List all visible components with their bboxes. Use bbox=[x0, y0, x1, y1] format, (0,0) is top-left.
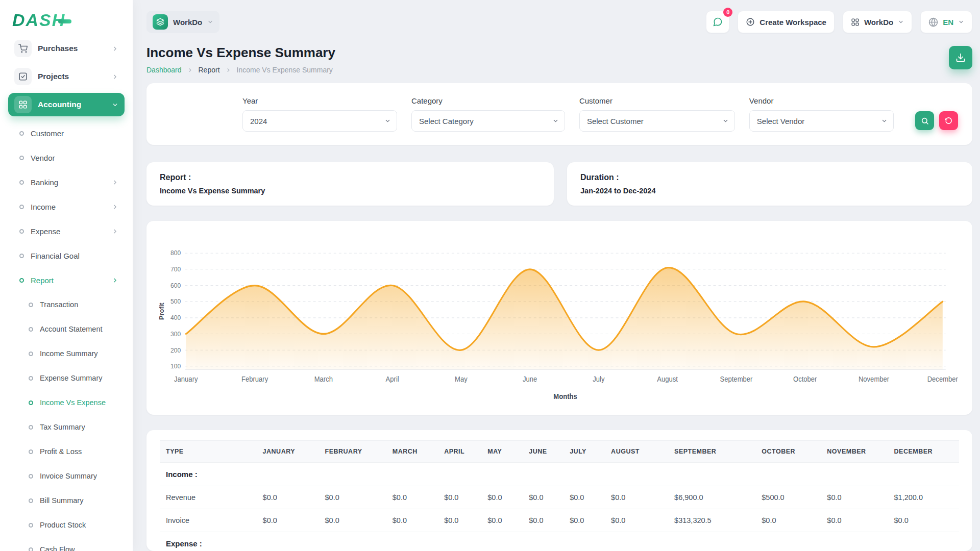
value-cell: $0.0 bbox=[481, 486, 523, 509]
sidebar-item-product-stock[interactable]: Product Stock bbox=[7, 513, 126, 537]
value-cell: $6,900.0 bbox=[668, 486, 755, 509]
table-section-row: Income : bbox=[160, 463, 959, 486]
bullet-icon bbox=[29, 400, 33, 405]
topbar: WorkDo 0 Create Workspace bbox=[146, 7, 972, 37]
sidebar-item-customer[interactable]: Customer bbox=[7, 121, 126, 145]
year-label: Year bbox=[242, 96, 397, 105]
sidebar-item-vendor[interactable]: Vendor bbox=[7, 145, 126, 170]
chevron-right-icon bbox=[112, 204, 118, 210]
chevron-right-icon bbox=[112, 277, 118, 284]
vendor-select[interactable]: Select Vendor bbox=[749, 110, 894, 132]
cart-icon bbox=[14, 40, 32, 57]
sidebar-item-label: Banking bbox=[31, 178, 105, 187]
sidebar-item-label: Vendor bbox=[31, 154, 118, 162]
vendor-field: Vendor Select Vendor bbox=[749, 96, 894, 132]
vendor-label: Vendor bbox=[749, 96, 894, 105]
bullet-icon bbox=[19, 254, 24, 258]
column-header: SEPTEMBER bbox=[668, 441, 755, 463]
bullet-icon bbox=[29, 425, 33, 430]
workspace-menu-button[interactable]: WorkDo bbox=[843, 11, 912, 33]
chevron-down-icon bbox=[207, 19, 213, 25]
duration-summary-card: Duration : Jan-2024 to Dec-2024 bbox=[567, 162, 972, 206]
sidebar-item-income-vs-expense[interactable]: Income Vs Expense bbox=[7, 390, 126, 415]
brand-logo[interactable]: DASH bbox=[7, 8, 126, 32]
value-cell: $0.0 bbox=[319, 509, 386, 532]
chevron-right-icon bbox=[187, 67, 193, 73]
value-cell: $0.0 bbox=[821, 509, 888, 532]
category-label: Category bbox=[411, 96, 565, 105]
value-cell: $0.0 bbox=[319, 486, 386, 509]
customer-select[interactable]: Select Customer bbox=[579, 110, 735, 132]
search-button[interactable] bbox=[915, 111, 934, 130]
column-header: JUNE bbox=[523, 441, 564, 463]
sidebar-item-label: Customer bbox=[31, 129, 118, 138]
svg-text:October: October bbox=[793, 375, 817, 383]
sidebar-item-label: Income Vs Expense bbox=[40, 398, 118, 407]
chevron-right-icon bbox=[112, 179, 118, 186]
summary-row: Report : Income Vs Expense Summary Durat… bbox=[146, 162, 972, 206]
reset-button[interactable] bbox=[939, 111, 958, 130]
svg-text:Months: Months bbox=[553, 393, 577, 400]
download-button[interactable] bbox=[949, 46, 972, 69]
sidebar: DASH Purchases Projects Account bbox=[0, 0, 133, 551]
column-header: APRIL bbox=[438, 441, 481, 463]
svg-text:November: November bbox=[859, 375, 890, 383]
sidebar-item-cash-flow[interactable]: Cash Flow bbox=[7, 537, 126, 551]
sidebar-item-account-statement[interactable]: Account Statement bbox=[7, 317, 126, 341]
table-row: Revenue$0.0$0.0$0.0$0.0$0.0$0.0$0.0$0.0$… bbox=[160, 486, 959, 509]
breadcrumb-report[interactable]: Report bbox=[199, 66, 220, 74]
customer-field: Customer Select Customer bbox=[579, 96, 735, 132]
column-header: NOVEMBER bbox=[821, 441, 888, 463]
sidebar-item-label: Income bbox=[31, 203, 105, 211]
svg-text:700: 700 bbox=[170, 266, 181, 273]
svg-text:January: January bbox=[174, 375, 198, 383]
year-select[interactable]: 2024 bbox=[242, 110, 397, 132]
sidebar-item-report[interactable]: Report bbox=[7, 268, 126, 292]
bullet-icon bbox=[29, 474, 33, 479]
value-cell: $0.0 bbox=[257, 509, 319, 532]
value-cell: $0.0 bbox=[755, 509, 821, 532]
value-cell: $0.0 bbox=[564, 486, 605, 509]
sidebar-item-accounting[interactable]: Accounting bbox=[8, 93, 125, 116]
sidebar-item-projects[interactable]: Projects bbox=[8, 65, 125, 88]
table-section-row: Expense : bbox=[160, 532, 959, 551]
value-cell: $313,320.5 bbox=[668, 509, 755, 532]
sidebar-item-income-summary[interactable]: Income Summary bbox=[7, 341, 126, 366]
sidebar-item-expense[interactable]: Expense bbox=[7, 219, 126, 243]
value-cell: $0.0 bbox=[386, 486, 438, 509]
messages-button[interactable]: 0 bbox=[706, 11, 729, 33]
messages-badge: 0 bbox=[723, 8, 732, 17]
reset-icon bbox=[945, 117, 952, 124]
column-header: DECEMBER bbox=[888, 441, 959, 463]
category-select[interactable]: Select Category bbox=[411, 110, 565, 132]
sidebar-item-banking[interactable]: Banking bbox=[7, 170, 126, 194]
globe-icon bbox=[928, 17, 938, 27]
workspace-selector[interactable]: WorkDo bbox=[146, 11, 219, 33]
sidebar-item-bill-summary[interactable]: Bill Summary bbox=[7, 488, 126, 513]
sidebar-item-invoice-summary[interactable]: Invoice Summary bbox=[7, 464, 126, 488]
sidebar-item-label: Accounting bbox=[38, 100, 106, 109]
bullet-icon bbox=[19, 131, 24, 136]
sidebar-item-expense-summary[interactable]: Expense Summary bbox=[7, 366, 126, 390]
sidebar-item-purchases[interactable]: Purchases bbox=[8, 37, 125, 60]
sidebar-item-profit-loss[interactable]: Profit & Loss bbox=[7, 439, 126, 464]
table-row: Invoice$0.0$0.0$0.0$0.0$0.0$0.0$0.0$0.0$… bbox=[160, 509, 959, 532]
value-cell: $0.0 bbox=[386, 509, 438, 532]
breadcrumb-current: Income Vs Expense Summary bbox=[237, 66, 333, 74]
bullet-icon bbox=[19, 229, 24, 234]
sidebar-item-income[interactable]: Income bbox=[7, 194, 126, 219]
svg-text:August: August bbox=[657, 375, 678, 383]
sidebar-item-transaction[interactable]: Transaction bbox=[7, 292, 126, 317]
create-workspace-label: Create Workspace bbox=[760, 18, 826, 27]
language-selector[interactable]: EN bbox=[920, 11, 972, 33]
main-area: WorkDo 0 Create Workspace bbox=[133, 0, 980, 551]
download-icon bbox=[955, 53, 966, 63]
sidebar-item-tax-summary[interactable]: Tax Summary bbox=[7, 415, 126, 439]
create-workspace-button[interactable]: Create Workspace bbox=[738, 11, 835, 33]
column-header: OCTOBER bbox=[755, 441, 821, 463]
breadcrumb-dashboard[interactable]: Dashboard bbox=[146, 66, 182, 74]
category-field: Category Select Category bbox=[411, 96, 565, 132]
sidebar-item-financial-goal[interactable]: Financial Goal bbox=[7, 243, 126, 268]
bullet-icon bbox=[29, 303, 33, 307]
svg-text:400: 400 bbox=[170, 314, 181, 321]
